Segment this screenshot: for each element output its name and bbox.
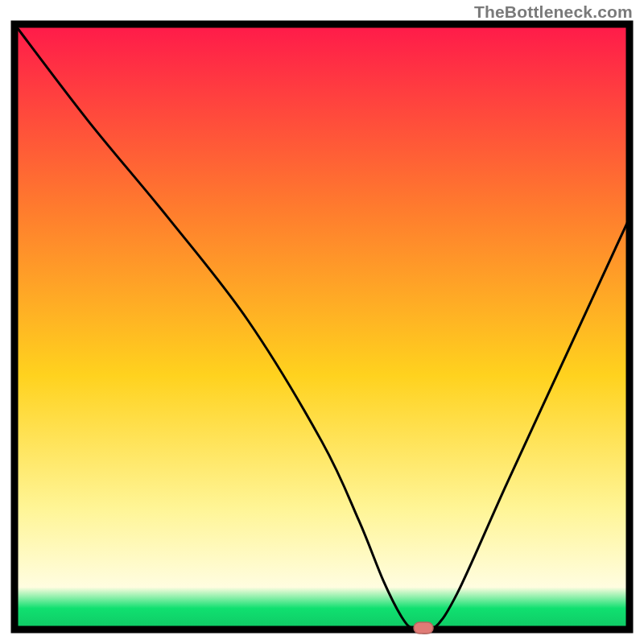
bottleneck-chart bbox=[0, 0, 644, 644]
chart-container: { "attribution": "TheBottleneck.com", "c… bbox=[0, 0, 644, 644]
optimum-marker bbox=[414, 622, 433, 634]
plot-background bbox=[14, 24, 630, 630]
attribution-label: TheBottleneck.com bbox=[474, 2, 633, 22]
